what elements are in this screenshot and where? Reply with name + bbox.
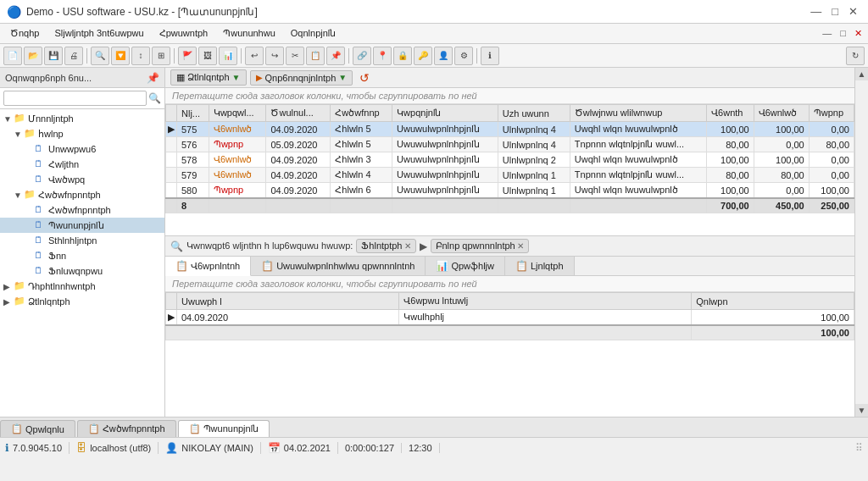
refresh-btn[interactable]: ↺ [356, 69, 373, 86]
tree-item-dztonlqntph[interactable]: ▶ 📁 Ձtlnlqntph [0, 294, 164, 309]
filter-chip-close2[interactable]: ✕ [517, 241, 524, 251]
tab-label-graph: Qpwֆhljw [451, 261, 494, 272]
doc-icon: 🗒 [34, 204, 46, 216]
window-controls[interactable]: — □ ✕ [807, 5, 861, 18]
tab-icon-graph: 📊 [436, 260, 448, 272]
tree-item-dhptlnnhwntph[interactable]: ▶ 📁 Դhphtlnnhwntph [0, 279, 164, 294]
tree-item-fnn[interactable]: 🗒 Ֆnn [0, 248, 164, 263]
th-amount[interactable]: Վ6wnth [707, 105, 754, 122]
tree-item-hwlnp[interactable]: ▼ 📁 հwlnp [0, 126, 164, 141]
tree-label: Հwljthn [48, 159, 79, 170]
filter-chip-label2: Բnlnp qpwnnnlntph [436, 240, 515, 252]
tb-sort[interactable]: ↕ [131, 47, 150, 65]
filter-chip-close[interactable]: ✕ [404, 241, 411, 251]
tb-user[interactable]: 👤 [434, 47, 453, 65]
th-date[interactable]: Ծwulnul... [266, 105, 331, 122]
db-icon: 🗄 [76, 442, 86, 454]
tb-open[interactable]: 📂 [24, 47, 42, 65]
tb-group[interactable]: ⊞ [152, 47, 170, 65]
scroll-down[interactable]: ▼ [855, 404, 868, 417]
left-panel-header: Oqnwqnp6nph 6nu... 📌 [0, 68, 164, 88]
filter-bar: 🔍 Կwnwqpt6 wljnthn h lup6wquwu hwuwp: Ֆh… [165, 236, 854, 257]
menu-hrwmwntph[interactable]: Հpwuwntph [153, 26, 215, 41]
tb-map[interactable]: 📍 [373, 47, 392, 65]
tree-label: Sthlnhljntpn [48, 235, 97, 246]
tb-filter[interactable]: 🔽 [111, 47, 130, 65]
tb-save[interactable]: 💾 [44, 47, 63, 65]
bottom-tab-hwdzwfnpnntph[interactable]: 📋 Հwծwfnpnntph [77, 420, 176, 437]
tree-item-unwwpwu6[interactable]: 🗒 Unwwpwu6 [0, 141, 164, 157]
tree-item-fnluwqnpwu[interactable]: 🗒 Ֆnluwqnpwu [0, 263, 164, 279]
tree-item-sthlnhljntpn[interactable]: 🗒 Sthlnhljntpn [0, 233, 164, 248]
th-category[interactable]: Կwpqnjnlն [392, 105, 498, 122]
maximize-button[interactable]: □ [828, 5, 842, 18]
menu-close[interactable]: ✕ [852, 28, 865, 39]
tb-settings[interactable]: ⚙ [454, 47, 473, 65]
tree-arrow: ▼ [14, 191, 24, 200]
tb-img[interactable]: 🖼 [198, 47, 217, 65]
tb-info[interactable]: ℹ [481, 47, 499, 65]
th-paid[interactable]: Վ6wnlwծ [754, 105, 809, 122]
tab-qpwfhljw[interactable]: 📊 Qpwֆhljw [426, 257, 505, 275]
search-icon[interactable]: 🔍 [148, 92, 161, 104]
tb-flag[interactable]: 🚩 [178, 47, 197, 65]
tb-lock[interactable]: 🔒 [393, 47, 412, 65]
minimize-button[interactable]: — [807, 5, 825, 18]
th-employee[interactable]: Հwծwfnnp [331, 105, 392, 122]
th-status[interactable]: Կwpqwl... [209, 105, 266, 122]
tree-item-pwununpjnln[interactable]: 🗒 Պwununpjnlն [0, 218, 164, 233]
view-btn[interactable]: ▦ Ձtlnlqntph ▼ [170, 69, 247, 86]
th-description[interactable]: Ծwlwjnwu wlilwnwup [570, 105, 706, 122]
tb-print[interactable]: 🖨 [64, 47, 83, 65]
bottom-tab-pwununpjnln[interactable]: 📋 Պwununpjnlն [178, 420, 270, 437]
menu-restore[interactable]: □ [837, 28, 849, 39]
time1-text: 0:00:00:127 [345, 443, 394, 453]
close-button[interactable]: ✕ [845, 5, 861, 18]
time2-text: 12:30 [409, 443, 432, 453]
info-icon: ℹ [5, 442, 9, 454]
filter-chip-2[interactable]: Բnlnp qpwnnnlntph ✕ [431, 239, 529, 253]
tb-chart[interactable]: 📊 [219, 47, 237, 65]
tree-item-hwdzwfnpnntph-doc[interactable]: 🗒 Հwծwfnpnntph [0, 202, 164, 218]
tb-refresh[interactable]: ↻ [846, 47, 865, 65]
tree-arrow: ▶ [3, 297, 14, 307]
tab-ljnlqtph[interactable]: 📋 Ljnlqtph [505, 257, 575, 275]
menu-pwununhwu[interactable]: Պwununhwu [216, 26, 282, 41]
th-contractor[interactable]: Uzh uwunn [498, 105, 570, 122]
tree-label: Դhphtlnnhwntph [28, 281, 96, 292]
tb-search[interactable]: 🔍 [91, 47, 109, 65]
tab-v6wpnlntnh[interactable]: 📋 Վ6wpnlntnh [165, 257, 251, 276]
tree-item-hwljthn[interactable]: 🗒 Հwljthn [0, 157, 164, 172]
search-input[interactable] [3, 91, 147, 106]
scroll-up[interactable]: ▲ [855, 68, 868, 80]
menu-sljwljntph[interactable]: Sljwljntph 3nt6uwpwu [47, 26, 150, 41]
dth-amount[interactable]: Qnlwpn [692, 293, 854, 310]
status-resize: ⠿ [855, 442, 863, 454]
tree-item-mnnnljntph[interactable]: ▼ 📁 Մnnnljntph [0, 111, 164, 126]
menu-drnqhp[interactable]: Ծnqhp [3, 26, 46, 41]
tb-redo[interactable]: ↪ [265, 47, 284, 65]
tree-item-vwdwpq[interactable]: 🗒 Վwծwpq [0, 172, 164, 187]
th-id[interactable]: Nlj... [177, 105, 209, 122]
menu-oqnlnpjnln[interactable]: Oqnlnpjnlն [284, 26, 342, 41]
tb-new[interactable]: 📄 [3, 47, 22, 65]
detail-table: Uwuwph l Վ6wpwu lntuwlj Qnlwpn ▶ 04.09.2… [165, 292, 854, 340]
tb-key[interactable]: 🔑 [414, 47, 432, 65]
tb-undo[interactable]: ↩ [245, 47, 264, 65]
tab-uwuwulwpnlnhwlwu[interactable]: 📋 Uwuwulwpnlnhwlwu qpwnnnlntnh [251, 257, 426, 275]
dth-date[interactable]: Uwuwph l [177, 293, 399, 310]
tb-paste[interactable]: 📌 [326, 47, 345, 65]
filter-chip-1[interactable]: Ֆhlntptph ✕ [356, 239, 415, 253]
dth-paytype[interactable]: Վ6wpwu lntuwlj [399, 293, 692, 310]
tree-item-hwdzwfnpnntph-folder[interactable]: ▼ 📁 Հwծwfnpnntph [0, 187, 164, 202]
tree-label: Ֆnn [48, 251, 66, 262]
th-remaining[interactable]: Պwpnp [809, 105, 854, 122]
group-btn[interactable]: ▶ Qnp6nnqnjnlntph ▼ [250, 70, 353, 86]
filter-text: Կwnwqpt6 wljnthn h lup6wquwu hwuwp: [186, 240, 353, 252]
menu-minimize[interactable]: — [820, 28, 834, 39]
left-panel-pin[interactable]: 📌 [147, 72, 159, 84]
tb-cut[interactable]: ✂ [286, 47, 304, 65]
tb-link[interactable]: 🔗 [353, 47, 371, 65]
bottom-tab-qpwlqnlu[interactable]: 📋 Qpwlqnlu [0, 420, 75, 437]
tb-copy[interactable]: 📋 [306, 47, 325, 65]
